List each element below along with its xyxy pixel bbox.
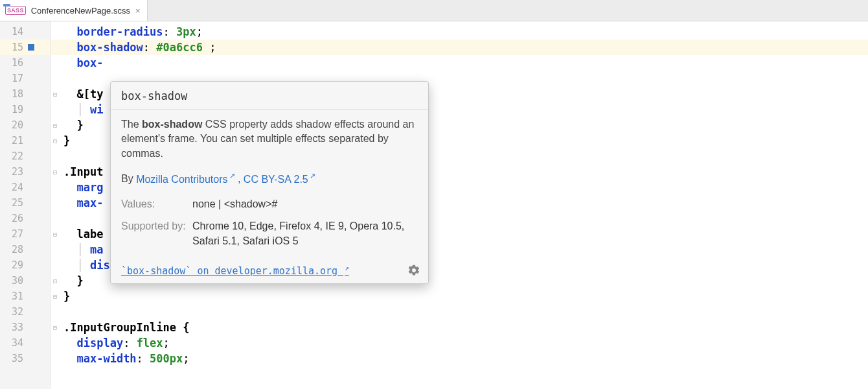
- line-number: 17: [0, 73, 25, 84]
- line-number: 21: [0, 135, 25, 147]
- doc-popup-description: The box-shadow CSS property adds shadow …: [121, 117, 418, 161]
- doc-values-label: Values:: [121, 197, 192, 211]
- external-link-icon: ↗: [229, 172, 235, 180]
- doc-supported-label: Supported by:: [121, 219, 192, 248]
- line-number: 28: [0, 244, 25, 255]
- line-number: 22: [0, 150, 25, 162]
- close-icon[interactable]: ×: [135, 6, 141, 15]
- tab-bar: SASS ConferenceNewPage.scss ×: [0, 0, 868, 21]
- line-number: 26: [0, 213, 25, 224]
- line-number: 14: [0, 26, 25, 38]
- sass-filetype-icon: SASS: [5, 6, 26, 15]
- line-number: 32: [0, 306, 25, 318]
- license-link[interactable]: CC BY-SA 2.5↗: [244, 174, 315, 185]
- code-line[interactable]: .InputGroupInline {: [63, 320, 868, 335]
- code-line[interactable]: max-width: 500px;: [63, 351, 868, 366]
- mozilla-contributors-link[interactable]: Mozilla Contributors↗: [136, 174, 234, 185]
- code-line[interactable]: [63, 304, 868, 320]
- mdn-link[interactable]: `box-shadow` on developer.mozilla.org ↗: [121, 264, 349, 277]
- code-line[interactable]: border-radius: 3px;: [63, 24, 868, 40]
- line-number: 23: [0, 166, 25, 178]
- doc-popup: box-shadow The box-shadow CSS property a…: [110, 81, 429, 284]
- editor-window: SASS ConferenceNewPage.scss × 14 15 16 1…: [0, 0, 868, 389]
- code-line[interactable]: box-shadow: #0a6cc6 ;: [63, 40, 868, 55]
- line-number: 25: [0, 197, 25, 209]
- gutter-breakpoint-icon[interactable]: [28, 44, 34, 51]
- doc-popup-title: box-shadow: [111, 82, 428, 110]
- line-number: 29: [0, 259, 25, 271]
- tab-filename: ConferenceNewPage.scss: [31, 6, 130, 16]
- doc-popup-attribution: By Mozilla Contributors↗ , CC BY-SA 2.5↗: [121, 171, 418, 187]
- code-line[interactable]: display: flex;: [63, 335, 868, 351]
- editor-area[interactable]: 14 15 16 17 18 19 20 21 22 23 24 25 26 2…: [0, 21, 868, 389]
- line-number: 27: [0, 228, 25, 240]
- code-line[interactable]: }: [63, 289, 868, 304]
- file-tab[interactable]: SASS ConferenceNewPage.scss ×: [0, 0, 148, 21]
- line-number: 19: [0, 104, 25, 115]
- doc-supported-row: Supported by: Chrome 10, Edge, Firefox 4…: [121, 219, 418, 248]
- doc-values-value: none | <shadow>#: [192, 197, 418, 211]
- gear-icon[interactable]: [407, 264, 420, 277]
- doc-supported-value: Chrome 10, Edge, Firefox 4, IE 9, Opera …: [192, 219, 418, 248]
- line-number: 15: [0, 41, 25, 53]
- external-link-icon: ↗: [345, 264, 349, 272]
- external-link-icon: ↗: [310, 172, 315, 180]
- line-number: 33: [0, 322, 25, 333]
- line-number: 34: [0, 337, 25, 349]
- line-number: 18: [0, 88, 25, 100]
- doc-values-row: Values: none | <shadow>#: [121, 197, 418, 211]
- line-number: 20: [0, 119, 25, 131]
- line-number: 31: [0, 290, 25, 302]
- line-number: 35: [0, 353, 25, 364]
- line-number: 16: [0, 57, 25, 69]
- line-number: 30: [0, 275, 25, 287]
- gutter: 14 15 16 17 18 19 20 21 22 23 24 25 26 2…: [0, 21, 51, 389]
- code-line[interactable]: box-: [63, 55, 868, 71]
- line-number: 24: [0, 182, 25, 193]
